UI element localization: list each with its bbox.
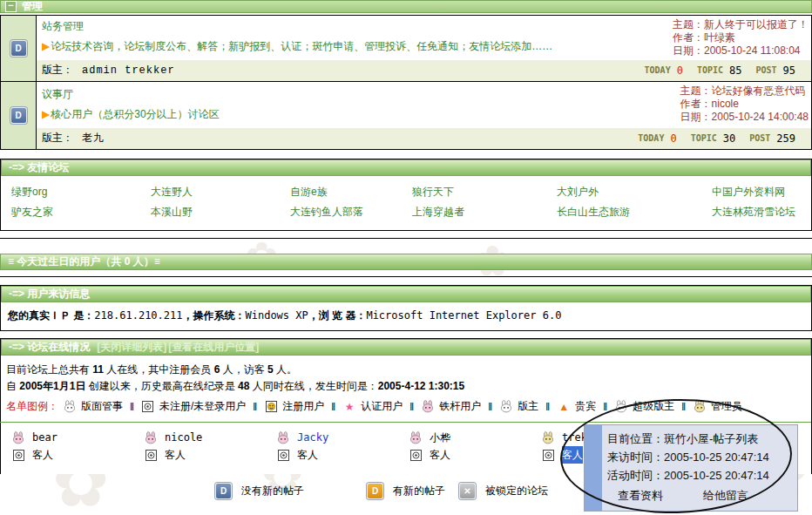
friend-forums-header: -=> 友情论坛 (1, 159, 811, 176)
sq-unreg-icon (541, 450, 555, 461)
friend-forums-links: 绿野org大连野人自游e族狼行天下大刘户外中国户外资料网驴友之家本溪山野大连钓鱼… (1, 176, 811, 230)
forum-icon-cell: D (1, 82, 37, 149)
d-orange-icon: D (367, 483, 383, 499)
user-status: 客人 (165, 446, 186, 464)
no-new-posts-icon: D (10, 107, 27, 124)
legend-item-label: 未注册/未登录用户 (159, 399, 246, 414)
visit-time: 2005-10-25 20:47:14 (664, 451, 769, 464)
friend-forum-link[interactable]: 大连野人 (151, 182, 290, 202)
topic-count: 30 (723, 132, 735, 145)
visitor-info-section: -=> 用户来访信息 您的真实ＩＰ 是：218.61.210.211，操作系统：… (0, 285, 812, 331)
friend-forum-link[interactable]: 长白山生态旅游 (557, 202, 712, 222)
legend-separator: ‖ (253, 401, 257, 413)
friend-forums-section: -=> 友情论坛 绿野org大连野人自游e族狼行天下大刘户外中国户外资料网驴友之… (0, 159, 812, 231)
friend-forum-link[interactable]: 狼行天下 (412, 182, 557, 202)
close-detail-list-link[interactable]: [关闭详细列表] (97, 340, 166, 355)
forum-stats: TODAY0 TOPIC30 POST259 (638, 132, 809, 145)
user-status: 客人 (297, 446, 318, 464)
sq-smiley-icon (264, 401, 278, 412)
friend-links-row: 驴友之家本溪山野大连钓鱼人部落上海穿越者长白山生态旅游大连林苑滑雪论坛 (11, 202, 811, 222)
last-topic[interactable]: 论坛好像有恶意代码 (712, 85, 806, 97)
post-count: 259 (776, 132, 795, 145)
today-count: 0 (677, 64, 683, 77)
topic-count: 85 (729, 64, 741, 77)
user-status: 客人 (430, 446, 450, 464)
moderators: 版主：admin trekker (42, 63, 175, 78)
legend-item-label: 认证用户 (361, 399, 403, 414)
user-status: 客人 (32, 446, 53, 464)
online-record-line: 自 2005年1月1日 创建以来，历史最高在线纪录是 48 人同时在线，发生时间… (6, 379, 811, 393)
legend-separator: ‖ (545, 401, 550, 413)
leave-message-link[interactable]: 给他留言 (703, 486, 748, 505)
bunny-pink-icon (144, 431, 158, 444)
view-online-location-link[interactable]: [查看在线用户位置] (168, 340, 259, 355)
today-count: 0 (670, 132, 676, 145)
friend-forum-link[interactable]: 驴友之家 (11, 202, 151, 222)
friend-forum-link[interactable]: 本溪山野 (151, 202, 290, 222)
visitor-os: Windows XP (246, 309, 308, 322)
online-user-cell: nicole客人 (144, 429, 276, 464)
username-link[interactable]: Jacky (297, 429, 328, 446)
forum-link[interactable]: 议事厅 (42, 87, 73, 102)
forum-row: D 议事厅 ▶核心用户（总积分30分以上）讨论区 主题：论坛好像有恶意代码 作者… (1, 81, 811, 149)
forum-link[interactable]: 站务管理 (42, 19, 84, 34)
bunny-pink-icon (11, 431, 25, 444)
friend-links-row: 绿野org大连野人自游e族狼行天下大刘户外中国户外资料网 (11, 182, 811, 202)
user-status: 客人 (562, 446, 583, 464)
friend-forum-link[interactable]: 中国户外资料网 (712, 182, 811, 202)
activity-time: 2005-10-25 20:47:14 (664, 469, 769, 482)
sq-unreg-icon (409, 450, 423, 461)
last-author[interactable]: 叶绿素 (704, 31, 735, 44)
view-profile-link[interactable]: 查看资料 (618, 486, 663, 505)
sq-unreg-icon (141, 401, 155, 412)
username-link[interactable]: nicole (165, 429, 202, 446)
last-post-info: 主题：新人终于可以报道了！ 作者：叶绿素 日期：2005-10-24 11:08… (673, 18, 809, 58)
friend-forum-link[interactable]: 上海穿越者 (412, 202, 557, 222)
forum-stats: TODAY0 TOPIC85 POST95 (645, 64, 809, 77)
tooltip-left-strip (585, 425, 602, 511)
moderator-link[interactable]: admin trekker (82, 64, 175, 77)
user-hover-tooltip: 目前位置：斑竹小屋-帖子列表 来访时间：2005-10-25 20:47:14 … (584, 424, 798, 512)
legend-separator: ‖ (603, 401, 607, 413)
username-link[interactable]: bear (32, 429, 58, 446)
bunny-pink-icon (276, 431, 290, 444)
last-author[interactable]: nicole (712, 98, 739, 110)
post-legend-item: D有新的帖子 (367, 483, 445, 499)
friend-forum-link[interactable]: 大连钓鱼人部落 (290, 202, 412, 222)
friend-forum-link[interactable]: 自游e族 (290, 182, 412, 202)
visitor-browser: Microsoft Internet Explorer 6.0 (366, 309, 561, 322)
last-topic[interactable]: 新人终于可以报道了！ (704, 18, 809, 30)
friend-forum-link[interactable]: 大连林苑滑雪论坛 (712, 202, 811, 222)
category-title: 管理 (22, 0, 43, 14)
bunny-yellow-icon (541, 431, 555, 444)
last-date: 2005-10-24 11:08:04 (704, 44, 801, 57)
divider (0, 276, 812, 277)
bunny-yellow-icon (693, 400, 707, 413)
online-user-cell: Jacky客人 (276, 429, 409, 464)
sq-unreg-icon (144, 450, 158, 461)
online-status-header: -=> 论坛在线情况 [关闭详细列表][查看在线用户位置] (1, 339, 811, 356)
section-title: -=> 友情论坛 (9, 160, 69, 175)
last-post-info: 主题：论坛好像有恶意代码 作者：nicole 日期：2005-10-24 14:… (680, 85, 809, 124)
moderator-link[interactable]: 老九 (82, 132, 105, 145)
forum-table: D 站务管理 ▶论坛技术咨询，论坛制度公布、解答；新驴报到、认证；斑竹申请、管理… (0, 15, 812, 150)
visitor-ip: 218.61.210.211 (94, 309, 182, 322)
post-legend-item: D没有新的帖子 (215, 483, 304, 499)
username-link[interactable]: 小桦 (430, 429, 450, 446)
arrow-icon: ▶ (42, 108, 50, 120)
friend-forum-link[interactable]: 大刘户外 (557, 182, 712, 202)
divider (0, 238, 812, 239)
friend-forum-link[interactable]: 绿野org (11, 182, 151, 202)
legend-item-label: 版面管事 (81, 399, 123, 414)
post-count: 95 (783, 64, 795, 77)
bunny-white-icon (63, 400, 77, 413)
last-date: 2005-10-24 14:00:48 (712, 111, 809, 123)
d-blue-icon: D (215, 483, 232, 499)
moderators: 版主：老九 (42, 131, 105, 146)
legend-separator: ‖ (681, 401, 686, 413)
category-header-admin: − 管理 (0, 0, 812, 13)
legend-label: 名单图例： (6, 399, 58, 414)
online-count-line: 目前论坛上总共有 11 人在线，其中注册会员 6 人，访客 5 人。 (6, 363, 811, 376)
collapse-icon[interactable]: − (5, 1, 17, 12)
visitor-info-header: -=> 用户来访信息 (1, 286, 811, 302)
